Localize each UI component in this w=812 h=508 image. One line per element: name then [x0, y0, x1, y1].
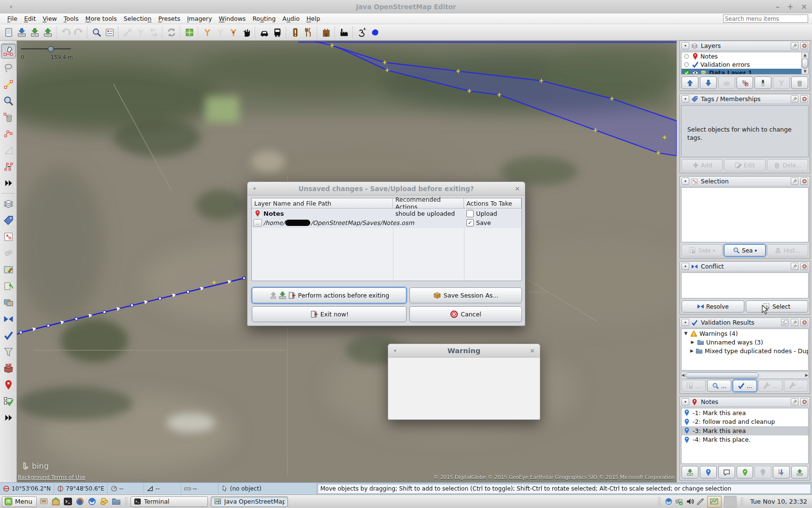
- menu-help[interactable]: Help: [303, 14, 324, 23]
- new-layer-button[interactable]: [2, 26, 15, 39]
- volume-tray-icon[interactable]: [686, 497, 694, 506]
- tags-toggle[interactable]: [1, 213, 15, 227]
- resolve-button[interactable]: Resolve: [682, 300, 744, 313]
- menu-file[interactable]: File: [4, 14, 21, 23]
- save-file-button[interactable]: [28, 26, 41, 39]
- collapse-icon[interactable]: ▾: [682, 319, 689, 326]
- layer-row[interactable]: Notes: [682, 52, 808, 60]
- collapse-icon[interactable]: ▾: [682, 42, 689, 49]
- folder-launcher[interactable]: [111, 496, 122, 507]
- perform-actions-button[interactable]: Perform actions before exiting: [252, 287, 406, 303]
- junction-button[interactable]: [227, 26, 240, 39]
- layer-active-icon[interactable]: [683, 69, 690, 75]
- menu-audio[interactable]: Audio: [279, 14, 303, 23]
- sort-notes[interactable]: [773, 466, 790, 478]
- layers-toggle[interactable]: [1, 197, 15, 211]
- bus-button[interactable]: [271, 26, 284, 39]
- scale-slider[interactable]: 0 159.4 m: [21, 44, 79, 60]
- taskbar-window-terminal[interactable]: Terminal: [130, 496, 208, 507]
- collapse-icon[interactable]: ▾: [682, 95, 689, 103]
- collapse-icon[interactable]: ▾: [682, 398, 689, 405]
- draw-node-tool[interactable]: [1, 77, 15, 91]
- upload-data-button[interactable]: [41, 26, 54, 39]
- om-button[interactable]: [355, 26, 368, 39]
- dock-icon[interactable]: [791, 95, 798, 103]
- menu-tools[interactable]: Tools: [60, 14, 82, 23]
- move-layer-up[interactable]: [682, 76, 698, 89]
- hazard-button[interactable]: [289, 26, 302, 39]
- car-button[interactable]: [258, 26, 271, 39]
- update-data-button[interactable]: [165, 26, 178, 39]
- delete-layer[interactable]: [791, 76, 808, 89]
- table-row[interactable]: Notes ... /home//OpenStreetMap/Saves/Not…: [252, 209, 522, 228]
- minimize-button[interactable]: –: [776, 2, 780, 11]
- sea-button[interactable]: Sea▾: [724, 244, 765, 256]
- more-toggles-toggle[interactable]: [1, 411, 15, 425]
- exit-now-button[interactable]: Exit now!: [252, 306, 406, 322]
- expander-icon[interactable]: ▶: [690, 340, 695, 344]
- popout-icon[interactable]: [781, 319, 789, 326]
- close-icon[interactable]: ×: [530, 347, 535, 354]
- upload-checkbox-row[interactable]: Upload: [466, 210, 497, 217]
- window-titlebar[interactable]: ▾ Java OpenStreetMap Editor – + ×: [0, 0, 812, 14]
- thunderbird-launcher[interactable]: [87, 496, 98, 507]
- layer-opacity[interactable]: %: [737, 76, 754, 89]
- terms-of-use-link[interactable]: Background Terms of Use: [18, 474, 86, 480]
- note-list-item[interactable]: -4: Mark this place.: [682, 435, 808, 445]
- column-header[interactable]: Actions To Take: [464, 198, 522, 209]
- scrollbar-thumb[interactable]: [685, 373, 759, 378]
- map-style-toggle[interactable]: [1, 263, 15, 277]
- notes-list[interactable]: -1: Mark this area-2: follow road and cl…: [681, 408, 809, 464]
- expander-icon[interactable]: ▼: [683, 331, 688, 336]
- collapse-icon[interactable]: ▾: [682, 263, 689, 270]
- menu-edit[interactable]: Edit: [21, 14, 39, 23]
- validation-tree[interactable]: ▼Warnings (4)▶Unnamed ways (3)▶Mixed typ…: [681, 329, 809, 371]
- selection-list[interactable]: [681, 187, 809, 242]
- column-header[interactable]: Layer Name and File Path: [252, 198, 393, 209]
- dialog-titlebar[interactable]: ▾ Warning ×: [388, 344, 540, 358]
- close-panel-icon[interactable]: [800, 319, 808, 326]
- layers-list[interactable]: NotesValidation errorsData Layer 1▲▼: [681, 52, 809, 75]
- close-panel-icon[interactable]: [800, 95, 808, 103]
- zoom-selection-button[interactable]: [90, 26, 103, 39]
- menu-view[interactable]: View: [39, 14, 60, 23]
- close-panel-icon[interactable]: [800, 398, 808, 405]
- notes-toggle[interactable]: [1, 378, 15, 392]
- dialog-titlebar[interactable]: ▾ Unsaved changes - Save/Upload before e…: [247, 182, 525, 195]
- validation-tree-row[interactable]: ▶Mixed type duplicated nodes - Dup: [682, 346, 808, 355]
- scroll-left-icon[interactable]: ◀: [682, 373, 684, 377]
- dock-icon[interactable]: [791, 398, 798, 405]
- --button[interactable]: ...: [733, 380, 757, 392]
- unglue-node-tool[interactable]: [1, 127, 15, 141]
- layer-inactive-radio[interactable]: [683, 53, 690, 60]
- factory-button[interactable]: [337, 26, 350, 39]
- select-move-tool[interactable]: [1, 44, 16, 59]
- save-checkbox[interactable]: ✓: [466, 219, 474, 226]
- restaurant-button[interactable]: [302, 26, 315, 39]
- note-list-item[interactable]: -1: Mark this area: [682, 408, 808, 418]
- download-data-button[interactable]: [15, 26, 28, 39]
- firefox-launcher[interactable]: [74, 496, 86, 507]
- collapse-icon[interactable]: ▾: [682, 178, 689, 185]
- close-panel-icon[interactable]: [800, 178, 808, 185]
- column-header[interactable]: Recommended Actions: [393, 198, 464, 209]
- changeset-manager-toggle[interactable]: [1, 361, 15, 375]
- water-button[interactable]: [368, 26, 381, 39]
- scale-knob[interactable]: [48, 46, 54, 52]
- comment-note[interactable]: [718, 466, 735, 478]
- zoom-tool[interactable]: [1, 94, 15, 108]
- expander-icon[interactable]: ▶: [690, 348, 694, 353]
- move-layer-down[interactable]: [700, 76, 717, 89]
- menu-selection[interactable]: Selection: [120, 14, 155, 23]
- save-session-button[interactable]: Save Session As...: [409, 287, 522, 303]
- castle-button[interactable]: [319, 26, 333, 39]
- close-icon[interactable]: ×: [515, 185, 520, 192]
- horizontal-scrollbar[interactable]: ◀ ▶: [681, 372, 809, 379]
- parallel-way-tool[interactable]: [1, 160, 15, 174]
- panel-grip[interactable]: [658, 497, 661, 506]
- show-desktop-launcher[interactable]: [38, 496, 49, 507]
- new-note[interactable]: [700, 466, 717, 478]
- panel-grip[interactable]: [740, 497, 743, 506]
- note-list-item[interactable]: -2: follow road and cleanup: [682, 418, 808, 427]
- changeset-return-toggle[interactable]: [1, 279, 15, 293]
